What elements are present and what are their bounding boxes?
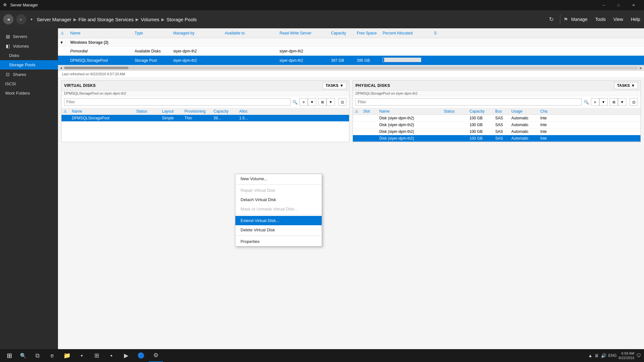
- taskbar-icons: ▲ 🖥 🔊: [588, 353, 606, 358]
- breadcrumb-fileandstorage[interactable]: File and Storage Services: [79, 17, 134, 22]
- pd-list-view-btn[interactable]: ≡: [591, 98, 599, 106]
- pd-expand-btn[interactable]: ⊙: [630, 98, 638, 106]
- pd-table-header: ⚠ Slot Name Status Capacity Bus Usage Ch…: [353, 108, 640, 115]
- pd-grid-view-btn[interactable]: ⊞: [610, 98, 618, 106]
- ctx-new-volume[interactable]: New Volume...: [235, 174, 322, 183]
- pd-grid-dropdown-btn[interactable]: ▼: [618, 98, 626, 106]
- taskbar-app-ie[interactable]: e: [45, 349, 59, 362]
- sidebar-item-storagepools[interactable]: Storage Pools: [0, 60, 58, 70]
- ctx-sep-3: [235, 236, 322, 236]
- primordial-name: Primordial: [68, 48, 132, 54]
- vd-row-dpmsql[interactable]: DPMSQLStoragePool Simple Thin 39... 1.6.…: [62, 115, 349, 122]
- virtual-disks-panel: VIRTUAL DISKS TASKS ▼ DPMSQLStoragePool …: [61, 80, 349, 142]
- pd-row-2[interactable]: Disk (siyer-dpm-th2) 100 GB SAS Automati…: [353, 122, 640, 128]
- menu-help[interactable]: Help: [630, 15, 641, 23]
- taskbar-lang: ENG: [608, 353, 617, 358]
- taskbar-date: 8/22/2016: [619, 356, 634, 360]
- sidebar-item-shares[interactable]: ⊡ Shares: [0, 70, 58, 79]
- refresh-button[interactable]: ↻: [546, 14, 557, 24]
- col-s-header[interactable]: S: [431, 30, 441, 37]
- dpmsql-percent: [380, 57, 431, 64]
- col-managed-header[interactable]: Managed by: [171, 30, 222, 37]
- close-button[interactable]: ✕: [626, 0, 641, 10]
- servers-icon: ▤: [5, 34, 10, 39]
- taskbar-app-servermanager[interactable]: ⚙: [149, 349, 163, 362]
- vd-search-icon[interactable]: 🔍: [292, 100, 298, 105]
- vd-list-dropdown-btn[interactable]: ▼: [308, 98, 316, 106]
- scroll-track[interactable]: [64, 67, 638, 69]
- table-row-dpmsql[interactable]: DPMSQLStoragePool Storage Pool siyer-dpm…: [58, 56, 644, 65]
- pd-list-dropdown-btn[interactable]: ▼: [599, 98, 608, 106]
- taskbar-network-icon: 🖥: [594, 353, 599, 358]
- sidebar-item-iscsi[interactable]: iSCSI: [0, 79, 58, 88]
- scroll-thumb[interactable]: [64, 67, 128, 69]
- taskbar-app-7[interactable]: 🔵: [134, 349, 148, 362]
- vd-list-view-btn[interactable]: ≡: [299, 98, 308, 106]
- vd-subtitle: DPMSQLStoragePool on siyer-dpm-th2: [62, 91, 349, 96]
- taskbar-app-6[interactable]: ▶: [119, 349, 133, 362]
- refresh-line: Last refreshed on 8/22/2016 6:57:20 AM: [58, 70, 644, 77]
- dpmsql-type: Storage Pool: [132, 57, 171, 64]
- menu-view[interactable]: View: [613, 15, 624, 23]
- taskbar-expand-icon[interactable]: ▲: [588, 353, 592, 358]
- start-button[interactable]: ⊞: [1, 349, 17, 362]
- sidebar-label-iscsi: iSCSI: [5, 81, 16, 86]
- sidebar-item-volumes[interactable]: ◧ Volumes: [0, 41, 58, 51]
- vd-grid-view-btn[interactable]: ⊞: [318, 98, 327, 106]
- dpmsql-available: [222, 60, 277, 61]
- minimize-button[interactable]: ─: [596, 0, 611, 10]
- sidebar-item-servers[interactable]: ▤ Servers: [0, 32, 58, 41]
- col-available-header[interactable]: Available to: [222, 30, 277, 37]
- vd-icon-btn-group2: ⊞ ▼: [318, 98, 335, 106]
- taskbar-app-5[interactable]: ▪: [104, 349, 118, 362]
- menu-tools[interactable]: Tools: [594, 15, 606, 23]
- sidebar-label-disks: Disks: [9, 53, 19, 58]
- vd-tasks-btn[interactable]: TASKS ▼: [323, 82, 346, 89]
- breadcrumb-servermanager[interactable]: Server Manager: [37, 17, 71, 22]
- col-rw-header[interactable]: Read-Write Server: [277, 30, 328, 37]
- scroll-area[interactable]: ◄ ►: [58, 65, 644, 70]
- pd-row-1[interactable]: Disk (siyer-dpm-th2) 100 GB SAS Automati…: [353, 115, 640, 122]
- breadcrumb-volumes[interactable]: Volumes: [141, 17, 159, 22]
- pd-row-4[interactable]: Disk (siyer-dpm-th2) 100 GB SAS Automati…: [353, 135, 640, 142]
- pd-row-3[interactable]: Disk (siyer-dpm-th2) 100 GB SAS Automati…: [353, 128, 640, 135]
- sidebar-label-servers: Servers: [13, 34, 27, 39]
- pd-search-icon[interactable]: 🔍: [584, 100, 589, 105]
- col-free-header[interactable]: Free Space: [354, 30, 380, 37]
- breadcrumb-storagepools[interactable]: Storage Pools: [166, 17, 197, 22]
- taskbar-app-explorer[interactable]: 📁: [60, 349, 74, 362]
- ctx-extend[interactable]: Extend Virtual Disk...: [235, 216, 322, 225]
- pd-filter-input[interactable]: [355, 98, 582, 106]
- vd-expand-btn[interactable]: ⊙: [338, 98, 346, 106]
- dpmsql-managed: siyer-dpm-th2: [171, 57, 222, 64]
- ctx-properties[interactable]: Properties: [235, 237, 322, 246]
- menu-manage[interactable]: Manage: [571, 15, 588, 23]
- ctx-delete[interactable]: Delete Virtual Disk: [235, 225, 322, 235]
- sidebar-label-volumes: Volumes: [13, 44, 29, 49]
- vd-grid-dropdown-btn[interactable]: ▼: [327, 98, 335, 106]
- pd-tasks-btn[interactable]: TASKS ▼: [614, 82, 638, 89]
- table-row-primordial[interactable]: Primordial Available Disks siyer-dpm-th2…: [58, 47, 644, 56]
- col-capacity-header[interactable]: Capacity: [328, 30, 354, 37]
- back-button[interactable]: ◄: [3, 14, 14, 24]
- forward-button[interactable]: ►: [16, 14, 26, 24]
- search-button[interactable]: 🔍: [17, 350, 29, 361]
- primordial-available: [222, 50, 277, 52]
- flag-icon: ⚑: [564, 16, 568, 23]
- col-warn-header: ⚠: [58, 30, 68, 37]
- vd-filter-input[interactable]: [64, 98, 290, 106]
- sidebar-item-disks[interactable]: Disks: [0, 51, 58, 60]
- group-label: Windows Storage (2): [68, 39, 644, 46]
- taskbar-app-cmd[interactable]: ▪: [75, 349, 89, 362]
- nav-dropdown[interactable]: ▼: [29, 14, 34, 24]
- sidebar-item-workfolders[interactable]: Work Folders: [0, 88, 58, 98]
- col-name-header[interactable]: Name: [68, 30, 132, 37]
- col-type-header[interactable]: Type: [132, 30, 171, 37]
- taskbar-app-netapp[interactable]: ⊞: [90, 349, 104, 362]
- taskbar-notification-icon[interactable]: 🗨: [636, 353, 641, 358]
- col-percent-header[interactable]: Percent Allocated: [380, 30, 431, 37]
- taskbar-app-taskview[interactable]: ⧉: [30, 349, 44, 362]
- ctx-detach[interactable]: Detach Virtual Disk: [235, 195, 322, 204]
- progress-bar-fill: [383, 58, 384, 62]
- maximize-button[interactable]: □: [611, 0, 626, 10]
